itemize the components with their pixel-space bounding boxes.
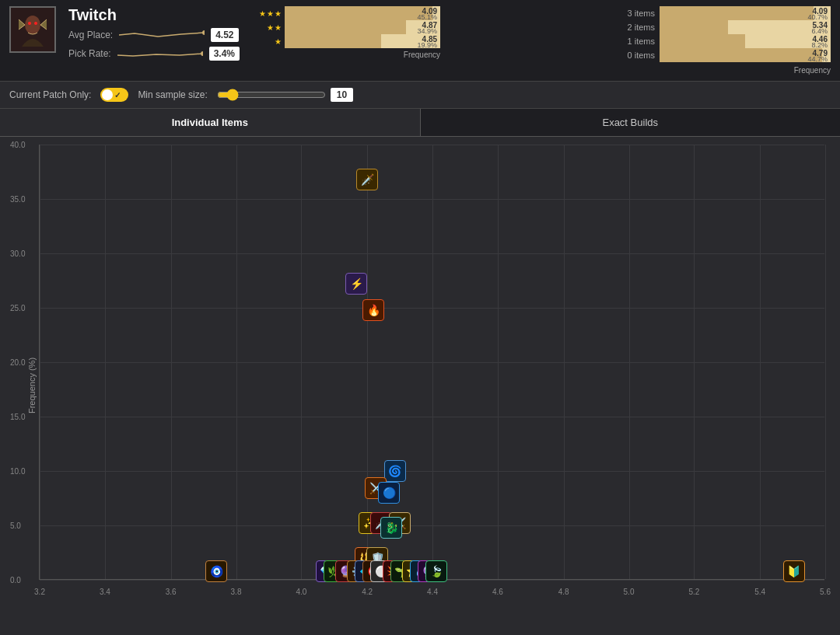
x-tick-label: 3.8 [231, 588, 242, 596]
y-tick-label: 15.0 [10, 413, 25, 421]
sample-value: 10 [331, 88, 353, 102]
header: Twitch Avg Place: 4.52 Pick Rate: 3.4% ★… [0, 0, 840, 82]
bar-container: 4.8519.9% [285, 34, 440, 48]
item-dot-item-e1[interactable]: 🧿 [205, 560, 227, 582]
item-bars-section: 3 items4.0940.7%2 items5.346.4%1 items4.… [620, 6, 831, 75]
star-bar-row: ★★★4.0945.1% [258, 6, 440, 20]
y-tick-label: 30.0 [10, 249, 25, 258]
champion-avatar [9, 6, 56, 53]
x-tick-label: 4.0 [296, 588, 306, 596]
item-bar-row: 1 items4.468.2% [620, 34, 831, 48]
tab-exact-builds[interactable]: Exact Builds [421, 109, 841, 136]
x-tick-label: 4.8 [558, 588, 569, 596]
item-bars-container: 3 items4.0940.7%2 items5.346.4%1 items4.… [620, 6, 831, 62]
x-tick-label: 5.4 [754, 588, 765, 596]
item-dot-rapidfire[interactable]: 🌀 [384, 460, 406, 482]
y-tick-label: 40.0 [10, 141, 25, 149]
chart-inner: 40.035.030.025.020.015.010.05.00.03.23.4… [39, 145, 824, 580]
y-tick-label: 0.0 [10, 576, 21, 584]
y-tick-label: 35.0 [10, 195, 25, 204]
pick-rate-trend [117, 46, 203, 61]
y-tick-label: 10.0 [10, 467, 25, 476]
chart-y-label: Frequency (%) [27, 358, 37, 413]
x-tick-label: 3.6 [166, 588, 177, 596]
toggle-check-icon: ✓ [114, 91, 121, 99]
bar-container: 4.0945.1% [285, 6, 440, 20]
star-bar-row: ★4.8519.9% [258, 34, 440, 48]
svg-point-1 [25, 16, 40, 34]
svg-point-2 [28, 22, 31, 25]
x-tick-label: 4.2 [362, 588, 373, 596]
sample-slider[interactable] [217, 89, 326, 101]
x-tick-label: 4.6 [492, 588, 503, 596]
y-tick-label: 20.0 [10, 358, 25, 367]
svg-point-5 [201, 51, 203, 56]
item-bar-row: 0 items4.7944.7% [620, 48, 831, 62]
avg-place-value: 4.52 [211, 28, 238, 42]
avg-place-row: Avg Place: 4.52 [68, 27, 240, 43]
x-tick-label: 5.0 [624, 588, 635, 596]
star-bar-row: ★★4.8734.9% [258, 20, 440, 34]
item-bar-row: 2 items5.346.4% [620, 20, 831, 34]
x-tick-label: 3.4 [100, 588, 110, 596]
patch-label: Current Patch Only: [9, 89, 91, 100]
item-dot-blue-orb[interactable]: 🔵 [378, 482, 400, 504]
avg-place-label: Avg Place: [68, 30, 113, 40]
bar-container: 4.8734.9% [285, 20, 440, 34]
champion-name: Twitch [68, 6, 240, 24]
svg-point-3 [34, 22, 37, 25]
x-tick-label: 4.4 [427, 588, 438, 596]
avg-place-trend [119, 27, 205, 43]
toggle-knob [102, 89, 113, 100]
chart-area: Frequency (%) 40.035.030.025.020.015.010… [0, 137, 840, 634]
pick-rate-row: Pick Rate: 3.4% [68, 46, 240, 61]
pick-rate-label: Pick Rate: [68, 48, 111, 59]
x-tick-label: 5.2 [688, 588, 699, 596]
item-dot-item-e2[interactable]: 🔰 [783, 560, 805, 582]
frequency-label-right: Frequency [620, 66, 831, 75]
champion-info: Twitch Avg Place: 4.52 Pick Rate: 3.4% [68, 6, 240, 61]
star-bars-section: ★★★4.0945.1%★★4.8734.9%★4.8519.9% Freque… [258, 6, 440, 59]
item-dot-runaan[interactable]: ⚡ [345, 273, 367, 295]
item-dot-red-buff[interactable]: 🔥 [362, 299, 384, 321]
y-tick-label: 5.0 [10, 522, 21, 530]
tab-individual-items[interactable]: Individual Items [0, 109, 421, 136]
item-dot-dragon-claw[interactable]: 🐉 [380, 517, 402, 539]
item-bar-row: 3 items4.0940.7% [620, 6, 831, 20]
tabs-row: Individual Items Exact Builds [0, 109, 840, 137]
item-dot-guinsoo[interactable]: 🗡️ [356, 169, 378, 190]
x-tick-label: 5.6 [820, 588, 831, 596]
frequency-label-left: Frequency [404, 51, 440, 59]
controls-bar: Current Patch Only: ✓ Min sample size: 1… [0, 82, 840, 109]
slider-container: 10 [217, 88, 353, 102]
min-sample-label: Min sample size: [138, 89, 207, 100]
star-bars-container: ★★★4.0945.1%★★4.8734.9%★4.8519.9% [258, 6, 440, 48]
x-tick-label: 3.2 [34, 588, 45, 596]
current-patch-toggle[interactable]: ✓ [100, 88, 128, 102]
y-tick-label: 25.0 [10, 304, 25, 312]
pick-rate-value: 3.4% [209, 47, 240, 61]
item-dot-item-d7[interactable]: 🍃 [425, 560, 447, 582]
svg-point-4 [202, 30, 205, 35]
